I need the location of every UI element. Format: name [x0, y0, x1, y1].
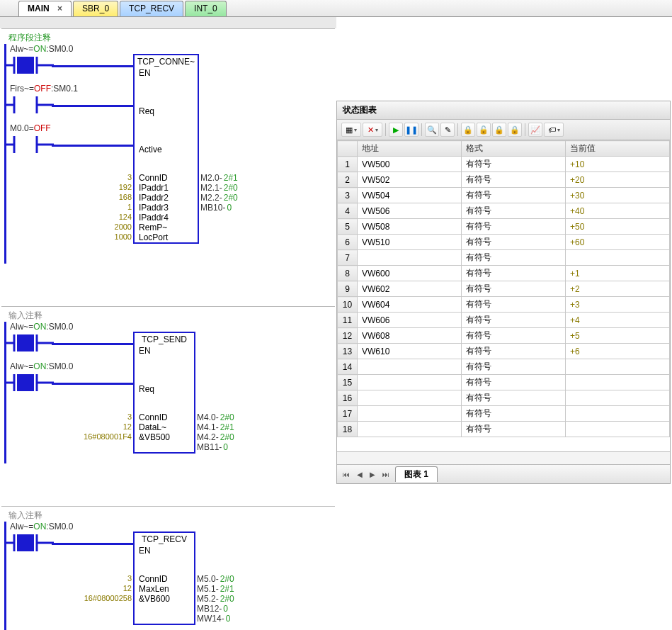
cell-value[interactable]: [566, 390, 670, 406]
cell-value[interactable]: [566, 422, 670, 437]
lock-all-icon[interactable]: 🔒: [508, 123, 522, 137]
cell-value[interactable]: +60: [566, 235, 670, 250]
tag-icon[interactable]: 🏷: [544, 123, 564, 137]
cell-format[interactable]: 有符号: [462, 172, 566, 188]
lock-icon[interactable]: 🔒: [461, 123, 475, 137]
cell-address[interactable]: VW608: [358, 328, 462, 344]
cell-value[interactable]: +6: [566, 344, 670, 359]
cell-format[interactable]: 有符号: [462, 203, 566, 219]
col-format[interactable]: 格式: [462, 141, 566, 157]
cell-format[interactable]: 有符号: [462, 390, 566, 406]
cell-format[interactable]: 有符号: [462, 250, 566, 266]
cell-format[interactable]: 有符号: [462, 281, 566, 297]
function-block-tcp-recv[interactable]: TCP_RECV EN 3ConnIDM5.0-2#0 12MaxLenM5.1…: [133, 531, 195, 625]
table-row[interactable]: 17有符号: [338, 406, 670, 422]
rung-1[interactable]: Alw~=ON:SM0.0 Firs~=OFF:SM0.1: [0, 44, 336, 264]
cell-value[interactable]: +30: [566, 188, 670, 203]
cell-format[interactable]: 有符号: [462, 375, 566, 390]
cell-address[interactable]: VW508: [358, 219, 462, 235]
tab-main[interactable]: MAIN ×: [18, 1, 72, 16]
cell-format[interactable]: 有符号: [462, 328, 566, 344]
cell-format[interactable]: 有符号: [462, 219, 566, 235]
cell-address[interactable]: VW610: [358, 344, 462, 359]
cell-address[interactable]: VW600: [358, 266, 462, 281]
cell-value[interactable]: +20: [566, 172, 670, 188]
pause-icon[interactable]: ❚❚: [404, 123, 418, 137]
table-row[interactable]: 10VW604有符号+3: [338, 297, 670, 313]
rung-comment[interactable]: 输入注释: [8, 510, 336, 522]
cell-value[interactable]: +5: [566, 328, 670, 344]
delete-icon[interactable]: ✕: [363, 123, 382, 137]
function-block-tcp-connect[interactable]: TCP_CONNE~ EN Req Active 3 ConnID M2.0-2…: [133, 54, 199, 244]
table-row[interactable]: 11VW606有符号+4: [338, 313, 670, 328]
table-row[interactable]: 15有符号: [338, 375, 670, 390]
cell-address[interactable]: VW510: [358, 235, 462, 250]
last-icon[interactable]: ⏭: [381, 471, 391, 478]
table-row[interactable]: 3VW504有符号+30: [338, 188, 670, 203]
cell-address[interactable]: VW504: [358, 188, 462, 203]
tab-int0[interactable]: INT_0: [185, 1, 227, 16]
cell-format[interactable]: 有符号: [462, 359, 566, 375]
horizontal-scrollbar[interactable]: [337, 451, 670, 464]
cell-value[interactable]: [566, 406, 670, 422]
cell-address[interactable]: [358, 250, 462, 266]
chart-icon[interactable]: 📈: [528, 123, 542, 137]
table-row[interactable]: 14有符号: [338, 359, 670, 375]
table-row[interactable]: 13VW610有符号+6: [338, 344, 670, 359]
cell-address[interactable]: VW506: [358, 203, 462, 219]
next-icon[interactable]: ▶: [368, 471, 377, 478]
cell-value[interactable]: +40: [566, 203, 670, 219]
table-row[interactable]: 4VW506有符号+40: [338, 203, 670, 219]
status-chart-grid[interactable]: 地址 格式 当前值 1VW500有符号+102VW502有符号+203VW504…: [337, 140, 670, 451]
cell-format[interactable]: 有符号: [462, 313, 566, 328]
cell-value[interactable]: +3: [566, 297, 670, 313]
cell-format[interactable]: 有符号: [462, 157, 566, 172]
cell-value[interactable]: +2: [566, 281, 670, 297]
table-row[interactable]: 7有符号: [338, 250, 670, 266]
unlock-icon[interactable]: 🔓: [477, 123, 491, 137]
cell-value[interactable]: [566, 250, 670, 266]
first-icon[interactable]: ⏮: [341, 471, 351, 478]
cell-value[interactable]: [566, 359, 670, 375]
cell-address[interactable]: [358, 375, 462, 390]
rung-comment[interactable]: 输入注释: [8, 310, 336, 322]
col-value[interactable]: 当前值: [566, 141, 670, 157]
cell-format[interactable]: 有符号: [462, 422, 566, 437]
col-address[interactable]: 地址: [358, 141, 462, 157]
lock-add-icon[interactable]: 🔒: [492, 123, 506, 137]
table-row[interactable]: 8VW600有符号+1: [338, 266, 670, 281]
tab-sbr0[interactable]: SBR_0: [73, 1, 118, 16]
function-block-tcp-send[interactable]: TCP_SEND EN Req 3ConnIDM4.0-2#0 12DataL~…: [133, 332, 195, 454]
cell-format[interactable]: 有符号: [462, 344, 566, 359]
table-row[interactable]: 1VW500有符号+10: [338, 157, 670, 172]
zoom-icon[interactable]: 🔍: [425, 123, 439, 137]
cell-format[interactable]: 有符号: [462, 235, 566, 250]
play-icon[interactable]: ▶: [389, 123, 403, 137]
cell-address[interactable]: VW604: [358, 297, 462, 313]
tab-tcp-recv[interactable]: TCP_RECV: [120, 1, 183, 16]
cell-value[interactable]: +10: [566, 157, 670, 172]
cell-address[interactable]: [358, 422, 462, 437]
cell-format[interactable]: 有符号: [462, 297, 566, 313]
col-rownum[interactable]: [338, 141, 358, 157]
cell-value[interactable]: [566, 375, 670, 390]
cell-format[interactable]: 有符号: [462, 406, 566, 422]
cell-address[interactable]: VW602: [358, 281, 462, 297]
cell-value[interactable]: +4: [566, 313, 670, 328]
rung-2[interactable]: Alw~=ON:SM0.0 Alw~=ON:SM0.0 TCP_SEND EN …: [0, 322, 336, 463]
cell-value[interactable]: +1: [566, 266, 670, 281]
cell-address[interactable]: VW502: [358, 172, 462, 188]
grid-icon[interactable]: ▦: [341, 123, 361, 137]
table-row[interactable]: 9VW602有符号+2: [338, 281, 670, 297]
prev-icon[interactable]: ◀: [355, 471, 364, 478]
table-row[interactable]: 16有符号: [338, 390, 670, 406]
table-row[interactable]: 12VW608有符号+5: [338, 328, 670, 344]
close-icon[interactable]: ×: [57, 4, 62, 13]
table-row[interactable]: 2VW502有符号+20: [338, 172, 670, 188]
table-row[interactable]: 5VW508有符号+50: [338, 219, 670, 235]
rung-3[interactable]: Alw~=ON:SM0.0 TCP_RECV EN 3ConnIDM5.0-2#…: [0, 522, 336, 630]
cell-format[interactable]: 有符号: [462, 266, 566, 281]
cell-value[interactable]: +50: [566, 219, 670, 235]
cell-address[interactable]: [358, 359, 462, 375]
table-row[interactable]: 6VW510有符号+60: [338, 235, 670, 250]
